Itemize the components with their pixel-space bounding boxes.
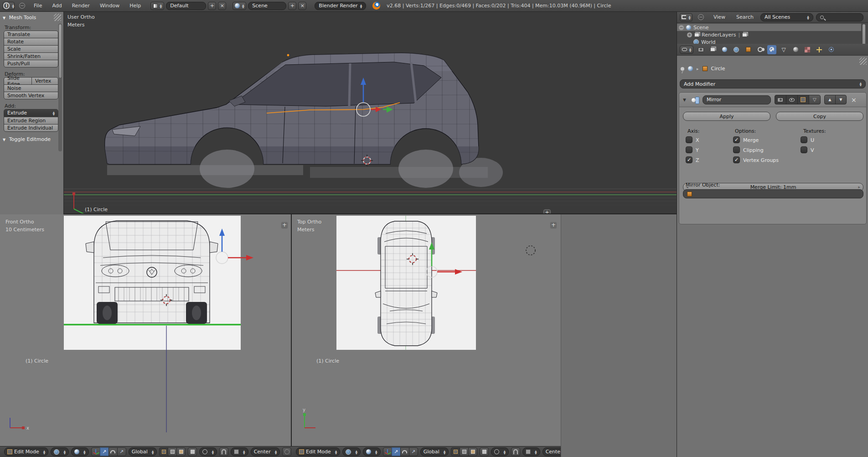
tool-button-scale[interactable]: Scale	[4, 45, 58, 53]
viewport-visibility-toggle[interactable]	[786, 95, 798, 104]
tool-button-extrude-region[interactable]: Extrude Region	[4, 117, 58, 125]
tab-world[interactable]	[732, 45, 741, 54]
mode-dropdown[interactable]: Edit Mode ▲▼	[296, 447, 340, 456]
menu-file[interactable]: File	[30, 1, 46, 10]
panel-drag-grip[interactable]	[54, 14, 61, 21]
toggle-editmode-panel-header[interactable]: ▼ Toggle Editmode	[3, 136, 51, 142]
move-modifier-up-button[interactable]: ▲	[824, 95, 836, 104]
collapse-menus-icon[interactable]	[698, 14, 704, 20]
manipulator-axis-button[interactable]	[91, 447, 100, 456]
tab-render-layers[interactable]	[708, 45, 717, 54]
face-select-button[interactable]	[468, 447, 477, 456]
snap-element-dropdown[interactable]: ▲▼	[522, 447, 540, 456]
texture-v-checkbox[interactable]	[801, 146, 807, 153]
occlude-geometry-button[interactable]	[480, 447, 489, 456]
move-modifier-down-button[interactable]: ▼	[835, 95, 847, 104]
tool-button-slide-edge[interactable]: Slide Edge	[4, 77, 32, 85]
display-filter-dropdown[interactable]: All Scenes ▲▼	[760, 13, 813, 21]
menu-add[interactable]: Add	[48, 1, 66, 10]
render-visibility-toggle[interactable]	[775, 95, 786, 104]
edge-select-button[interactable]	[460, 447, 469, 456]
tool-button-vertex-slide[interactable]: Vertex	[31, 77, 58, 85]
render-engine-dropdown[interactable]: Blender Render ▲▼	[315, 2, 366, 10]
delete-layout-button[interactable]: ×	[218, 2, 226, 10]
scene-icon-button[interactable]: ▲▼	[232, 2, 246, 10]
outliner-search-menu[interactable]: Search	[732, 13, 758, 21]
clipping-checkbox[interactable]	[733, 146, 740, 153]
scrollbar-thumb[interactable]	[58, 24, 62, 78]
menu-window[interactable]: Window	[96, 1, 124, 10]
merge-checkbox[interactable]	[733, 136, 740, 143]
panel-drag-grip[interactable]	[859, 57, 867, 65]
snap-target-dropdown[interactable]: Center ▲▼	[542, 447, 561, 456]
editor-type-button[interactable]: ▲▼	[680, 46, 693, 54]
add-layout-button[interactable]: +	[208, 2, 216, 10]
screen-layout-field[interactable]: Default	[166, 2, 206, 10]
add-modifier-dropdown[interactable]: Add Modifier ▲▼	[680, 79, 866, 88]
delete-modifier-icon[interactable]: ×	[851, 96, 857, 104]
expand-icon[interactable]: +	[687, 32, 692, 37]
menu-help[interactable]: Help	[125, 1, 145, 10]
vertex-groups-checkbox[interactable]	[733, 156, 740, 163]
tool-button-smooth-vertex[interactable]: Smooth Vertex	[4, 92, 58, 99]
manipulator-translate-button[interactable]: ↗	[100, 447, 109, 456]
mesh-tools-panel-header[interactable]: ▼ Mesh Tools	[3, 15, 36, 21]
viewport-shading-dropdown[interactable]: ▲▼	[342, 447, 361, 456]
collapse-icon[interactable]: −	[679, 25, 684, 30]
tab-constraints[interactable]	[755, 45, 765, 54]
menu-render[interactable]: Render	[68, 1, 94, 10]
tool-button-shrink-fatten[interactable]: Shrink/Fatten	[4, 52, 58, 60]
tab-particles[interactable]	[815, 45, 824, 54]
edge-select-button[interactable]	[168, 447, 177, 456]
snap-magnet-button[interactable]	[511, 447, 520, 456]
front-viewport[interactable]: x Front Ortho 10 Centimeters (1) Circle …	[0, 214, 292, 446]
orientation-dropdown[interactable]: Global ▲▼	[420, 447, 449, 456]
snap-target-dropdown[interactable]: Center ▲▼	[251, 447, 280, 456]
snap-magnet-button[interactable]	[219, 447, 228, 456]
add-scene-button[interactable]: +	[288, 2, 296, 10]
slider-right-arrow-icon[interactable]: ▸	[858, 185, 860, 189]
pivot-point-dropdown[interactable]: ▲▼	[363, 447, 381, 456]
delete-scene-button[interactable]: ×	[298, 2, 306, 10]
vertex-select-button[interactable]	[159, 447, 168, 456]
occlude-geometry-button[interactable]	[188, 447, 197, 456]
outliner-row-scene[interactable]: − Scene	[677, 24, 861, 31]
copy-button[interactable]: Copy	[776, 112, 863, 121]
tab-material[interactable]	[791, 45, 800, 54]
tab-object[interactable]	[744, 45, 753, 54]
vertex-select-button[interactable]	[451, 447, 460, 456]
tab-render[interactable]	[696, 45, 705, 54]
mirror-object-field[interactable]	[683, 189, 863, 198]
mode-dropdown[interactable]: Edit Mode ▲▼	[4, 447, 48, 456]
show-region-button[interactable]: +	[550, 222, 557, 229]
tool-button-rotate[interactable]: Rotate	[4, 38, 58, 46]
editor-type-button[interactable]: ▲▼	[680, 13, 692, 21]
manipulator-scale-button[interactable]: ↗	[409, 447, 418, 456]
face-select-button[interactable]	[176, 447, 186, 456]
extrude-menu-dropdown[interactable]: Extrude ▲▼	[4, 109, 58, 117]
collapse-menus-icon[interactable]	[19, 3, 25, 9]
collapse-triangle-icon[interactable]: ▼	[683, 98, 686, 102]
manipulator-scale-button[interactable]: ↗	[117, 447, 126, 456]
pin-icon[interactable]	[681, 67, 684, 71]
tab-modifiers[interactable]	[767, 45, 776, 54]
show-region-button[interactable]: +	[281, 222, 288, 229]
modifier-name-field[interactable]: Mirror	[703, 95, 771, 104]
tool-button-translate[interactable]: Translate	[4, 31, 58, 38]
outliner-search-input[interactable]	[816, 13, 863, 21]
editmode-display-toggle[interactable]	[797, 95, 809, 104]
tab-scene[interactable]	[720, 45, 729, 54]
manipulator-translate-button[interactable]: ↗	[392, 447, 401, 456]
outliner-row-renderlayers[interactable]: + RenderLayers |	[677, 31, 861, 38]
proportional-edit-dropdown[interactable]: ▲▼	[199, 447, 217, 456]
manipulator-rotate-button[interactable]	[108, 447, 118, 456]
top-viewport[interactable]: y Top Ortho Meters (1) Circle +	[292, 214, 561, 446]
cage-display-toggle[interactable]: ▽	[809, 95, 821, 104]
tab-physics[interactable]	[827, 45, 836, 54]
tool-shelf-scrollbar[interactable]	[58, 24, 62, 151]
orientation-dropdown[interactable]: Global ▲▼	[129, 447, 157, 456]
editor-type-button[interactable]: i ▲▼	[3, 2, 15, 10]
manipulator-rotate-button[interactable]	[400, 447, 409, 456]
outliner-view-menu[interactable]: View	[709, 13, 729, 21]
tool-button-noise[interactable]: Noise	[4, 84, 58, 92]
